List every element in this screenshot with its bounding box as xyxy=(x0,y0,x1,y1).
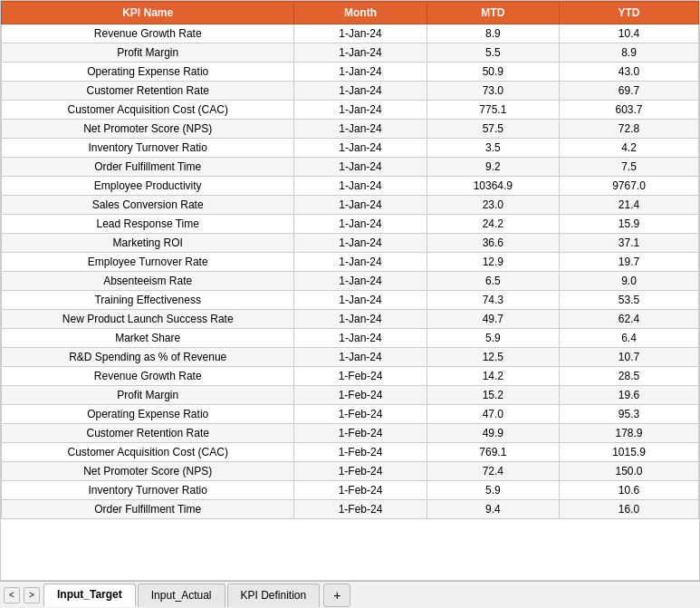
col-header-month: Month xyxy=(294,2,427,24)
cell-ytd: 4.2 xyxy=(559,139,698,158)
cell-month: 1-Jan-24 xyxy=(294,272,427,291)
cell-month: 1-Jan-24 xyxy=(294,177,427,196)
cell-month: 1-Jan-24 xyxy=(294,101,427,120)
cell-mtd: 15.2 xyxy=(427,386,559,405)
table-row: Customer Retention Rate1-Feb-2449.9178.9 xyxy=(2,424,699,443)
cell-mtd: 8.9 xyxy=(427,24,559,43)
cell-mtd: 10364.9 xyxy=(427,177,559,196)
cell-ytd: 1015.9 xyxy=(559,443,698,462)
cell-ytd: 28.5 xyxy=(559,367,698,386)
cell-kpi: Employee Productivity xyxy=(2,177,294,196)
cell-ytd: 69.7 xyxy=(559,82,698,101)
table-row: Profit Margin1-Jan-245.58.9 xyxy=(2,43,699,63)
table-row: Operating Expense Ratio1-Jan-2450.943.0 xyxy=(2,63,699,82)
cell-ytd: 603.7 xyxy=(559,101,698,120)
cell-mtd: 9.2 xyxy=(427,158,559,177)
cell-month: 1-Jan-24 xyxy=(294,348,427,367)
cell-kpi: Market Share xyxy=(2,329,294,348)
cell-month: 1-Feb-24 xyxy=(294,367,427,386)
cell-kpi: Sales Conversion Rate xyxy=(2,196,294,215)
cell-ytd: 8.9 xyxy=(559,43,698,63)
table-row: Sales Conversion Rate1-Jan-2423.021.4 xyxy=(2,196,699,215)
cell-kpi: Revenue Growth Rate xyxy=(2,24,294,43)
tab-add-button[interactable]: + xyxy=(323,584,350,607)
cell-month: 1-Jan-24 xyxy=(294,196,427,215)
cell-mtd: 57.5 xyxy=(427,120,559,139)
cell-kpi: Employee Turnover Rate xyxy=(2,253,294,272)
cell-ytd: 72.8 xyxy=(559,120,698,139)
cell-kpi: Profit Margin xyxy=(2,43,294,63)
cell-ytd: 53.5 xyxy=(559,291,698,310)
tab-input-actual[interactable]: Input_Actual xyxy=(138,584,225,607)
cell-ytd: 10.7 xyxy=(559,348,698,367)
cell-mtd: 24.2 xyxy=(427,215,559,234)
cell-mtd: 6.5 xyxy=(427,272,559,291)
cell-mtd: 5.5 xyxy=(427,43,559,63)
cell-mtd: 3.5 xyxy=(427,139,559,158)
table-row: Customer Acquisition Cost (CAC)1-Jan-247… xyxy=(2,101,699,120)
cell-mtd: 50.9 xyxy=(427,63,559,82)
cell-mtd: 36.6 xyxy=(427,234,559,253)
cell-ytd: 16.0 xyxy=(559,500,698,519)
cell-month: 1-Jan-24 xyxy=(294,158,427,177)
cell-ytd: 62.4 xyxy=(559,310,698,329)
cell-kpi: Absenteeism Rate xyxy=(2,272,294,291)
cell-kpi: R&D Spending as % of Revenue xyxy=(2,348,294,367)
cell-ytd: 15.9 xyxy=(559,215,698,234)
cell-kpi: Operating Expense Ratio xyxy=(2,405,294,424)
table-row: Customer Retention Rate1-Jan-2473.069.7 xyxy=(2,82,699,101)
cell-mtd: 23.0 xyxy=(427,196,559,215)
cell-ytd: 7.5 xyxy=(559,158,698,177)
cell-month: 1-Jan-24 xyxy=(294,24,427,43)
table-row: Order Fulfillment Time1-Jan-249.27.5 xyxy=(2,158,699,177)
cell-mtd: 12.5 xyxy=(427,348,559,367)
cell-month: 1-Jan-24 xyxy=(294,291,427,310)
cell-month: 1-Jan-24 xyxy=(294,82,427,101)
cell-month: 1-Jan-24 xyxy=(294,43,427,63)
cell-mtd: 5.9 xyxy=(427,329,559,348)
cell-month: 1-Jan-24 xyxy=(294,234,427,253)
table-row: Revenue Growth Rate1-Jan-248.910.4 xyxy=(2,24,699,43)
cell-mtd: 49.9 xyxy=(427,424,559,443)
cell-ytd: 9.0 xyxy=(559,272,698,291)
table-row: Lead Response Time1-Jan-2424.215.9 xyxy=(2,215,699,234)
cell-kpi: Net Promoter Score (NPS) xyxy=(2,120,294,139)
cell-kpi: Order Fulfillment Time xyxy=(2,500,294,519)
tab-next-button[interactable]: > xyxy=(24,587,40,603)
tab-prev-button[interactable]: < xyxy=(4,587,20,603)
table-row: Operating Expense Ratio1-Feb-2447.095.3 xyxy=(2,405,699,424)
cell-ytd: 19.6 xyxy=(559,386,698,405)
cell-kpi: Revenue Growth Rate xyxy=(2,367,294,386)
tab-bar: < > Input_TargetInput_ActualKPI Definiti… xyxy=(0,581,700,608)
cell-ytd: 178.9 xyxy=(559,424,698,443)
tab-kpi-definition[interactable]: KPI Definition xyxy=(227,584,321,607)
cell-month: 1-Jan-24 xyxy=(294,253,427,272)
cell-mtd: 769.1 xyxy=(427,443,559,462)
cell-mtd: 74.3 xyxy=(427,291,559,310)
table-row: Inventory Turnover Ratio1-Feb-245.910.6 xyxy=(2,481,699,500)
cell-kpi: New Product Launch Success Rate xyxy=(2,310,294,329)
tab-input-target[interactable]: Input_Target xyxy=(43,584,136,607)
cell-ytd: 19.7 xyxy=(559,253,698,272)
cell-ytd: 95.3 xyxy=(559,405,698,424)
table-row: New Product Launch Success Rate1-Jan-244… xyxy=(2,310,699,329)
cell-month: 1-Jan-24 xyxy=(294,63,427,82)
cell-ytd: 6.4 xyxy=(559,329,698,348)
col-header-ytd: YTD xyxy=(559,2,698,24)
cell-kpi: Lead Response Time xyxy=(2,215,294,234)
cell-mtd: 14.2 xyxy=(427,367,559,386)
cell-ytd: 10.4 xyxy=(559,24,698,43)
cell-mtd: 72.4 xyxy=(427,462,559,481)
cell-month: 1-Jan-24 xyxy=(294,329,427,348)
cell-kpi: Order Fulfillment Time xyxy=(2,158,294,177)
cell-mtd: 775.1 xyxy=(427,101,559,120)
table-row: Employee Turnover Rate1-Jan-2412.919.7 xyxy=(2,253,699,272)
cell-mtd: 12.9 xyxy=(427,253,559,272)
cell-month: 1-Feb-24 xyxy=(294,443,427,462)
cell-ytd: 10.6 xyxy=(559,481,698,500)
table-row: Net Promoter Score (NPS)1-Jan-2457.572.8 xyxy=(2,120,699,139)
cell-mtd: 49.7 xyxy=(427,310,559,329)
cell-mtd: 5.9 xyxy=(427,481,559,500)
cell-month: 1-Feb-24 xyxy=(294,405,427,424)
cell-kpi: Customer Retention Rate xyxy=(2,82,294,101)
